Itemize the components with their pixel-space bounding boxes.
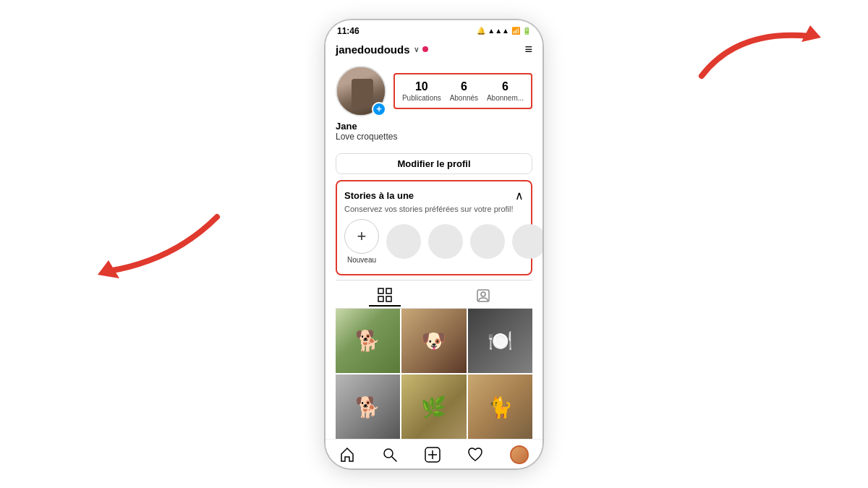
publications-label: Publications: [402, 94, 441, 102]
page-background: 11:46 🔔 ▲▲▲ 📶 🔋 janedoudouds ∨ ≡: [0, 0, 868, 488]
add-nav-icon[interactable]: [425, 447, 441, 463]
grid-photo-4[interactable]: [336, 374, 400, 439]
svg-line-9: [392, 457, 396, 461]
search-nav-icon[interactable]: [382, 447, 398, 463]
avatar-wrap: +: [336, 66, 386, 116]
story-circle-4[interactable]: [512, 224, 542, 259]
heart-nav-icon[interactable]: [467, 447, 483, 463]
profile-info: Jane Love croquettes: [336, 121, 532, 142]
grid-photo-3[interactable]: [468, 309, 532, 373]
stories-subtitle: Conservez vos stories préférées sur votr…: [344, 205, 524, 213]
abonnements-label: Abonnem...: [487, 94, 524, 102]
status-time: 11:46: [337, 26, 359, 36]
edit-button-wrap: Modifier le profil: [336, 153, 532, 174]
story-circle-2[interactable]: [428, 224, 463, 259]
hamburger-menu-icon[interactable]: ≡: [524, 42, 532, 57]
battery-icon: 🔋: [522, 27, 531, 35]
home-icon: [339, 447, 355, 463]
profile-name: Jane: [336, 121, 532, 132]
status-bar: 11:46 🔔 ▲▲▲ 📶 🔋: [326, 20, 542, 39]
svg-rect-5: [386, 296, 391, 301]
abonnes-count: 6: [461, 80, 467, 93]
stories-row: + Nouveau: [344, 219, 524, 264]
abonnes-label: Abonnés: [450, 94, 478, 102]
publications-stat[interactable]: 10 Publications: [402, 80, 441, 102]
search-icon: [382, 447, 398, 463]
grid-photo-5[interactable]: [401, 374, 466, 439]
username-label: janedoudouds: [336, 43, 410, 56]
svg-point-8: [384, 449, 393, 458]
grid-photo-2[interactable]: [401, 309, 466, 373]
edit-profile-button[interactable]: Modifier le profil: [336, 153, 532, 174]
stories-section: Stories à la une ∧ Conservez vos stories…: [336, 180, 532, 275]
stories-header: Stories à la une ∧: [344, 189, 524, 202]
abonnes-stat[interactable]: 6 Abonnés: [450, 80, 478, 102]
svg-rect-3: [386, 288, 391, 294]
collapse-icon[interactable]: ∧: [515, 189, 524, 202]
story-circle-3[interactable]: [470, 224, 505, 259]
svg-point-7: [481, 292, 485, 296]
profile-section: + 10 Publications 6 Abonnés 6 Abonnem...: [326, 61, 542, 147]
grid-photo-6[interactable]: [468, 374, 532, 439]
abonnements-count: 6: [502, 80, 509, 93]
wifi-icon: 📶: [511, 27, 520, 35]
profile-bio: Love croquettes: [336, 132, 532, 142]
grid-tab[interactable]: [369, 285, 401, 307]
arrow-bottom-left-icon: [80, 202, 224, 289]
add-story-button[interactable]: +: [372, 102, 386, 116]
grid-icon: [378, 288, 392, 302]
phone-frame: 11:46 🔔 ▲▲▲ 📶 🔋 janedoudouds ∨ ≡: [326, 20, 542, 468]
tag-person-icon: [476, 288, 490, 303]
signal-icon: ▲▲▲: [488, 27, 509, 35]
chevron-down-icon[interactable]: ∨: [414, 46, 419, 53]
new-story-button[interactable]: +: [344, 219, 379, 254]
svg-rect-2: [378, 288, 383, 294]
svg-rect-4: [378, 296, 383, 301]
tagged-tab[interactable]: [467, 286, 499, 306]
profile-thumb-nav[interactable]: [510, 445, 529, 464]
story-circle-1[interactable]: [386, 224, 421, 259]
arrow-top-right-icon: [694, 14, 825, 87]
add-icon: [425, 447, 441, 463]
new-story-label: Nouveau: [347, 256, 376, 264]
stories-title: Stories à la une: [344, 190, 414, 201]
status-icons: 🔔 ▲▲▲ 📶 🔋: [477, 27, 531, 35]
home-nav-icon[interactable]: [339, 447, 355, 463]
profile-row: + 10 Publications 6 Abonnés 6 Abonnem...: [336, 66, 532, 116]
grid-photo-1[interactable]: [336, 309, 400, 373]
heart-icon: [467, 447, 483, 463]
publications-count: 10: [415, 80, 428, 93]
bottom-nav: [326, 439, 542, 468]
username-row[interactable]: janedoudouds ∨: [336, 43, 428, 56]
app-header: janedoudouds ∨ ≡: [326, 39, 542, 61]
abonnements-stat[interactable]: 6 Abonnem...: [487, 80, 524, 102]
photo-grid: [336, 309, 532, 440]
online-dot-icon: [422, 46, 428, 52]
stats-box: 10 Publications 6 Abonnés 6 Abonnem...: [393, 73, 532, 109]
notification-icon: 🔔: [477, 27, 485, 35]
tab-bar: [336, 280, 532, 309]
